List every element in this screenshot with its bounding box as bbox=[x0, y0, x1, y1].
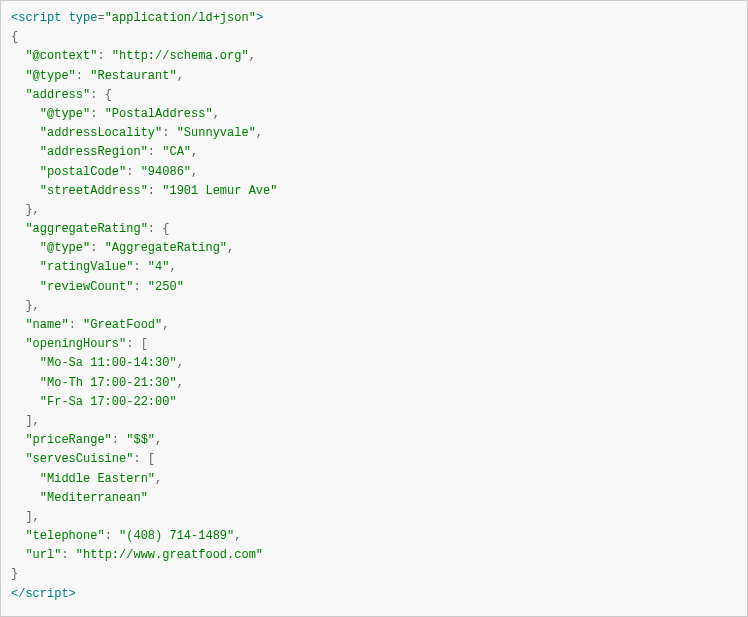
code-line: "Mediterranean" bbox=[11, 489, 737, 508]
code-token: , bbox=[33, 510, 40, 524]
code-token bbox=[11, 126, 40, 140]
code-token: : bbox=[76, 69, 90, 83]
code-token: , bbox=[256, 126, 263, 140]
code-token bbox=[11, 337, 25, 351]
code-token bbox=[11, 472, 40, 486]
code-token bbox=[61, 11, 68, 25]
code-line: }, bbox=[11, 297, 737, 316]
code-line: "postalCode": "94086", bbox=[11, 163, 737, 182]
code-line: "reviewCount": "250" bbox=[11, 278, 737, 297]
code-block: <script type="application/ld+json">{ "@c… bbox=[0, 0, 748, 617]
code-token bbox=[11, 299, 25, 313]
code-token bbox=[11, 376, 40, 390]
code-token: "Middle Eastern" bbox=[40, 472, 155, 486]
code-token: : bbox=[148, 222, 162, 236]
code-token: : bbox=[90, 88, 104, 102]
code-token: , bbox=[33, 299, 40, 313]
code-line: ], bbox=[11, 412, 737, 431]
code-token: : bbox=[148, 184, 162, 198]
code-token bbox=[11, 433, 25, 447]
code-token: > bbox=[256, 11, 263, 25]
code-line: }, bbox=[11, 201, 737, 220]
code-line: { bbox=[11, 28, 737, 47]
code-token: "priceRange" bbox=[25, 433, 111, 447]
code-token: , bbox=[33, 414, 40, 428]
code-token: : bbox=[90, 241, 104, 255]
code-token: "GreatFood" bbox=[83, 318, 162, 332]
code-token: = bbox=[97, 11, 104, 25]
code-token bbox=[11, 395, 40, 409]
code-token: } bbox=[11, 567, 18, 581]
code-token: "postalCode" bbox=[40, 165, 126, 179]
code-token: "http://www.greatfood.com" bbox=[76, 548, 263, 562]
code-token bbox=[11, 548, 25, 562]
code-token: "Mo-Sa 11:00-14:30" bbox=[40, 356, 177, 370]
code-token: "Fr-Sa 17:00-22:00" bbox=[40, 395, 177, 409]
code-line: "Fr-Sa 17:00-22:00" bbox=[11, 393, 737, 412]
code-token: "@type" bbox=[40, 241, 90, 255]
code-line: "streetAddress": "1901 Lemur Ave" bbox=[11, 182, 737, 201]
code-token bbox=[11, 241, 40, 255]
code-line: "aggregateRating": { bbox=[11, 220, 737, 239]
code-line: "Mo-Sa 11:00-14:30", bbox=[11, 354, 737, 373]
code-token: } bbox=[25, 299, 32, 313]
code-token: , bbox=[169, 260, 176, 274]
code-line: ], bbox=[11, 508, 737, 527]
code-token: "@type" bbox=[40, 107, 90, 121]
code-line: "openingHours": [ bbox=[11, 335, 737, 354]
code-line: "priceRange": "$$", bbox=[11, 431, 737, 450]
code-line: "Middle Eastern", bbox=[11, 470, 737, 489]
code-token: "aggregateRating" bbox=[25, 222, 147, 236]
code-token: "250" bbox=[148, 280, 184, 294]
code-line: "addressRegion": "CA", bbox=[11, 143, 737, 162]
code-token: "PostalAddress" bbox=[105, 107, 213, 121]
code-token: "openingHours" bbox=[25, 337, 126, 351]
code-token: : bbox=[61, 548, 75, 562]
code-token: , bbox=[227, 241, 234, 255]
code-token: <script bbox=[11, 11, 61, 25]
code-token: , bbox=[177, 376, 184, 390]
code-token bbox=[11, 414, 25, 428]
code-token: type bbox=[69, 11, 98, 25]
code-token: [ bbox=[141, 337, 148, 351]
code-token bbox=[11, 165, 40, 179]
code-token bbox=[11, 145, 40, 159]
code-token: : bbox=[148, 145, 162, 159]
code-token bbox=[11, 529, 25, 543]
code-token: , bbox=[213, 107, 220, 121]
code-line: "@type": "AggregateRating", bbox=[11, 239, 737, 258]
code-line: </script> bbox=[11, 585, 737, 604]
code-token: : bbox=[126, 337, 140, 351]
code-token bbox=[11, 69, 25, 83]
code-token bbox=[11, 318, 25, 332]
code-token bbox=[11, 491, 40, 505]
code-token: : bbox=[133, 452, 147, 466]
code-token: { bbox=[162, 222, 169, 236]
code-token bbox=[11, 107, 40, 121]
code-token: : bbox=[105, 529, 119, 543]
code-line: "name": "GreatFood", bbox=[11, 316, 737, 335]
code-token: ] bbox=[25, 414, 32, 428]
code-token: </scr bbox=[11, 587, 47, 601]
code-line: "telephone": "(408) 714-1489", bbox=[11, 527, 737, 546]
code-line: "@type": "PostalAddress", bbox=[11, 105, 737, 124]
code-token: "address" bbox=[25, 88, 90, 102]
code-token: , bbox=[177, 69, 184, 83]
code-token: , bbox=[162, 318, 169, 332]
code-token: "application/ld+json" bbox=[105, 11, 256, 25]
code-token: , bbox=[155, 433, 162, 447]
code-token: "http://schema.org" bbox=[112, 49, 249, 63]
code-token: : bbox=[90, 107, 104, 121]
code-token: , bbox=[249, 49, 256, 63]
code-token: "@context" bbox=[25, 49, 97, 63]
code-token bbox=[11, 222, 25, 236]
code-token: [ bbox=[148, 452, 155, 466]
code-token: "1901 Lemur Ave" bbox=[162, 184, 277, 198]
code-token: , bbox=[191, 145, 198, 159]
code-token: "@type" bbox=[25, 69, 75, 83]
code-token: "reviewCount" bbox=[40, 280, 134, 294]
code-token: , bbox=[33, 203, 40, 217]
code-token bbox=[11, 260, 40, 274]
code-line: "address": { bbox=[11, 86, 737, 105]
code-line: "@type": "Restaurant", bbox=[11, 67, 737, 86]
